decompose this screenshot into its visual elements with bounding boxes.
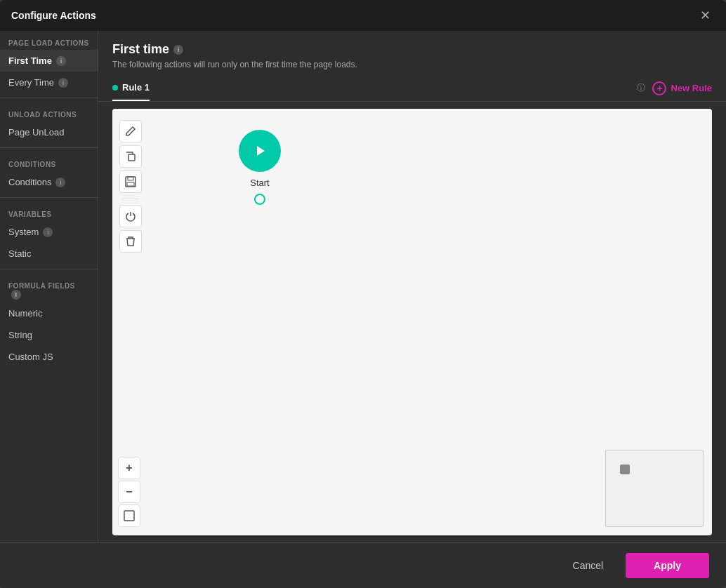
configure-actions-modal: Configure Actions ✕ PAGE LOAD ACTIONS Fi… [0, 0, 726, 588]
sidebar-item-custom-js[interactable]: Custom JS [0, 346, 98, 368]
pencil-tool-button[interactable] [119, 120, 142, 142]
every-time-info-icon[interactable]: i [58, 78, 68, 88]
sidebar-item-conditions-label: Conditions [8, 177, 51, 187]
sidebar-item-first-time-label: First Time [8, 55, 52, 66]
svg-rect-0 [128, 154, 135, 161]
new-rule-button[interactable]: + New Rule [652, 77, 712, 100]
sidebar-item-every-time[interactable]: Every Time i [0, 72, 98, 93]
canvas-area: Start + − [112, 109, 712, 535]
sidebar-item-numeric[interactable]: Numeric [0, 302, 98, 324]
canvas-main[interactable]: Start + − [112, 109, 712, 535]
minimap [605, 450, 704, 527]
start-label: Start [250, 178, 269, 188]
conditions-info-icon[interactable]: i [55, 178, 65, 187]
delete-tool-button[interactable] [119, 230, 142, 253]
sidebar-divider-2 [0, 147, 98, 148]
sidebar-item-page-unload[interactable]: Page UnLoad [0, 121, 98, 143]
main-heading: First time i [112, 42, 712, 57]
modal-footer: Cancel Apply [0, 542, 726, 588]
sidebar-item-conditions[interactable]: Conditions i [0, 171, 98, 193]
sidebar-item-page-unload-label: Page UnLoad [8, 127, 65, 138]
sidebar-item-string[interactable]: String [0, 324, 98, 346]
conditions-section-label: CONDITIONS [0, 152, 98, 171]
apply-button[interactable]: Apply [626, 553, 709, 578]
sidebar-item-static[interactable]: Static [0, 243, 98, 265]
sidebar-item-every-time-label: Every Time [8, 77, 54, 88]
sidebar-divider-3 [0, 197, 98, 198]
svg-rect-3 [127, 182, 134, 186]
modal-header: Configure Actions ✕ [0, 0, 726, 31]
start-connector[interactable] [254, 194, 265, 205]
save-tool-button[interactable] [119, 171, 142, 193]
canvas-toolbar [118, 109, 143, 535]
play-icon [251, 142, 268, 159]
unload-section-label: UNLOAD ACTIONS [0, 102, 98, 121]
new-rule-plus-icon: + [652, 81, 666, 95]
sidebar-item-string-label: String [8, 330, 32, 340]
sidebar-item-system[interactable]: System i [0, 221, 98, 243]
formula-info-icon[interactable]: i [11, 290, 21, 300]
sidebar-item-system-label: System [8, 227, 39, 237]
minimap-node-dot [620, 465, 630, 474]
rule-info-icon[interactable]: ⓘ [637, 82, 645, 94]
sidebar: PAGE LOAD ACTIONS First Time i Every Tim… [0, 31, 98, 542]
main-description: The following actions will run only on t… [112, 60, 712, 69]
variables-section-label: VARIABLES [0, 202, 98, 221]
modal-body: PAGE LOAD ACTIONS First Time i Every Tim… [0, 31, 726, 542]
power-tool-button[interactable] [119, 205, 142, 227]
close-button[interactable]: ✕ [696, 8, 715, 23]
rule-tab-dot [112, 85, 118, 91]
sidebar-item-numeric-label: Numeric [8, 308, 42, 319]
rule-tabs: Rule 1 ⓘ + New Rule [98, 75, 726, 102]
start-node[interactable]: Start [239, 130, 281, 205]
new-rule-label: New Rule [671, 83, 712, 93]
sidebar-divider-4 [0, 269, 98, 269]
heading-info-icon[interactable]: i [173, 45, 183, 55]
sidebar-divider-1 [0, 98, 98, 98]
rule-tab-label: Rule 1 [122, 82, 150, 93]
copy-tool-button[interactable] [119, 145, 142, 168]
first-time-info-icon[interactable]: i [56, 56, 66, 66]
page-load-section-label: PAGE LOAD ACTIONS [0, 31, 98, 50]
modal-title: Configure Actions [11, 10, 96, 21]
cancel-button[interactable]: Cancel [559, 554, 618, 577]
main-header: First time i The following actions will … [98, 31, 726, 75]
start-circle[interactable] [239, 130, 281, 172]
sidebar-item-static-label: Static [8, 248, 32, 259]
rule-tab-1[interactable]: Rule 1 [112, 75, 150, 101]
formula-section-label: FORMULA FIELDS i [0, 274, 98, 302]
canvas-toolbar-separator [122, 199, 139, 199]
main-content: First time i The following actions will … [98, 31, 726, 542]
system-info-icon[interactable]: i [43, 227, 53, 237]
sidebar-item-first-time[interactable]: First Time i [0, 50, 98, 72]
sidebar-item-custom-js-label: Custom JS [8, 352, 53, 362]
